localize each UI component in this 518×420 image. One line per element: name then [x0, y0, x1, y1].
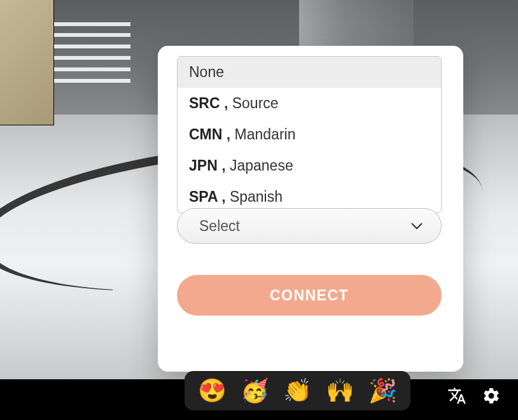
reaction-party-face[interactable]: 🥳	[241, 379, 269, 402]
language-modal: NoneSRC , SourceCMN , MandarinJPN , Japa…	[158, 46, 463, 372]
second-select[interactable]: Select	[177, 208, 442, 244]
option-code: SPA	[189, 188, 221, 205]
chevron-down-icon	[410, 220, 423, 232]
option-code: SRC	[189, 95, 224, 111]
option-label: None	[189, 64, 224, 80]
reaction-clap[interactable]: 👏	[283, 379, 312, 402]
option-code: JPN	[189, 157, 221, 174]
reaction-confetti[interactable]: 🎉	[368, 379, 397, 402]
language-option[interactable]: CMN , Mandarin	[178, 119, 441, 150]
gear-icon[interactable]	[481, 386, 501, 406]
reaction-heart-eyes[interactable]: 😍	[198, 379, 227, 402]
option-label: Mandarin	[235, 126, 296, 143]
option-label: Spanish	[230, 188, 283, 205]
bg-corner-panel	[0, 0, 54, 125]
translate-icon[interactable]	[447, 386, 467, 406]
right-controls	[447, 386, 501, 406]
reaction-bar: 😍🥳👏🙌🎉	[185, 371, 410, 410]
language-dropdown-list[interactable]: NoneSRC , SourceCMN , MandarinJPN , Japa…	[177, 56, 442, 213]
select-placeholder: Select	[199, 218, 240, 235]
language-option[interactable]: JPN , Japanese	[178, 150, 441, 181]
reaction-raised-hands[interactable]: 🙌	[326, 379, 354, 402]
connect-button[interactable]: CONNECT	[177, 275, 442, 316]
option-code: CMN	[189, 126, 227, 143]
bg-stripes	[54, 0, 130, 127]
option-label: Source	[232, 95, 279, 111]
language-option[interactable]: SRC , Source	[178, 88, 441, 119]
language-option[interactable]: None	[178, 57, 441, 88]
connect-button-label: CONNECT	[270, 287, 349, 304]
option-label: Japanese	[230, 157, 293, 174]
